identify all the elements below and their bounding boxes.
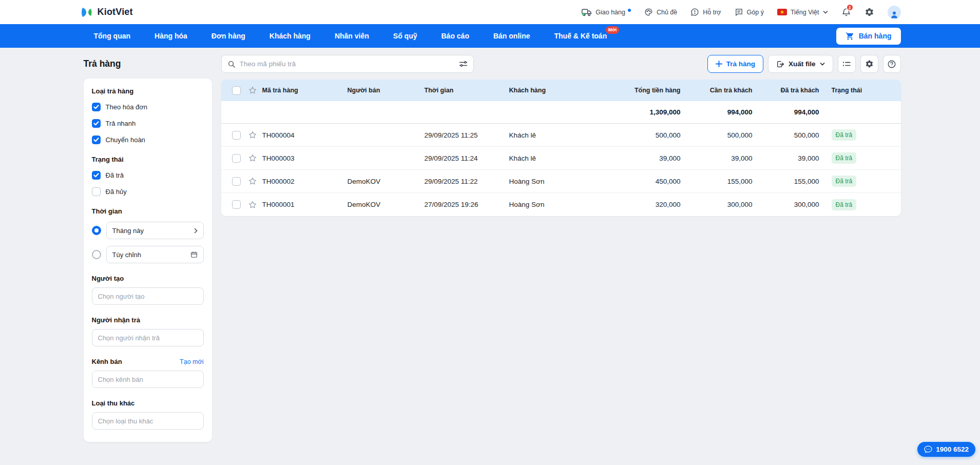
time-custom-select[interactable]: Tùy chỉnh xyxy=(106,246,204,263)
cell-return-code[interactable]: TH000003 xyxy=(262,154,348,162)
theme-label: Chủ đề xyxy=(657,9,677,16)
row-checkbox[interactable] xyxy=(232,131,241,140)
nav-item[interactable]: Thuế & Kế toánMới xyxy=(554,32,607,40)
summary-need-return: 994,000 xyxy=(681,108,753,116)
checkbox[interactable] xyxy=(92,171,101,180)
feedback-link[interactable]: Góp ý xyxy=(735,8,764,16)
col-header-returned[interactable]: Đã trả khách xyxy=(753,87,819,94)
col-header-customer[interactable]: Khách hàng xyxy=(509,87,623,94)
status-label: Trạng thái xyxy=(92,156,204,163)
check-icon xyxy=(93,173,99,178)
star-icon[interactable] xyxy=(248,177,257,186)
hotline-chip[interactable]: 1900 6522 xyxy=(917,442,975,457)
new-badge: Mới xyxy=(606,26,619,34)
time-preset-select[interactable]: Tháng này xyxy=(106,222,204,239)
receiver-input[interactable] xyxy=(92,329,204,346)
user-icon xyxy=(890,10,899,19)
table-row[interactable]: TH000004 29/09/2025 11:25 Khách lẻ 500,0… xyxy=(221,124,901,147)
row-checkbox[interactable] xyxy=(232,154,241,163)
cell-return-code[interactable]: TH000002 xyxy=(262,178,348,185)
cell-customer: Khách lẻ xyxy=(509,154,623,162)
nav-item[interactable]: Bán online xyxy=(493,32,530,40)
col-header-status[interactable]: Trạng thái xyxy=(819,87,901,94)
col-header-code[interactable]: Mã trả hàng xyxy=(262,87,348,94)
time-custom-radio[interactable] xyxy=(92,250,101,259)
return-type-label: Loại trả hàng xyxy=(92,87,204,95)
channel-input[interactable] xyxy=(92,371,204,388)
nav-items: Tổng quanHàng hóaĐơn hàngKhách hàngNhân … xyxy=(80,32,607,40)
table-settings-button[interactable] xyxy=(860,55,878,73)
cell-total: 320,000 xyxy=(623,201,681,208)
notifications-button[interactable]: 1 xyxy=(841,7,851,17)
checkbox[interactable] xyxy=(92,119,101,128)
star-icon[interactable] xyxy=(248,130,257,140)
channel-label: Kênh bán xyxy=(92,358,122,365)
kiotviet-logo[interactable]: KiotViet xyxy=(80,5,133,20)
filter-quick-return[interactable]: Trả nhanh xyxy=(92,119,204,128)
checkbox[interactable] xyxy=(92,135,101,144)
table-row[interactable]: TH000003 29/09/2025 11:24 Khách lẻ 39,00… xyxy=(221,147,901,170)
chat-icon xyxy=(924,445,932,453)
star-icon[interactable] xyxy=(248,153,257,163)
table-row[interactable]: TH000001 DemoKOV 27/09/2025 19:26 Hoàng … xyxy=(221,193,901,216)
checkbox[interactable] xyxy=(92,187,101,196)
cell-need-return: 155,000 xyxy=(681,178,753,185)
cell-return-code[interactable]: TH000004 xyxy=(262,131,348,139)
search-input[interactable] xyxy=(240,60,455,68)
return-goods-button[interactable]: Trả hàng xyxy=(707,55,763,73)
create-channel-link[interactable]: Tạo mới xyxy=(180,358,203,365)
filter-sliders-icon[interactable] xyxy=(459,60,468,68)
check-icon xyxy=(93,105,99,109)
settings-button[interactable] xyxy=(864,7,874,17)
return-goods-label: Trả hàng xyxy=(726,60,755,68)
cell-returned: 155,000 xyxy=(753,178,819,185)
search-icon xyxy=(227,60,236,68)
filter-status-cancelled[interactable]: Đã hủy xyxy=(92,187,204,196)
theme-link[interactable]: Chủ đề xyxy=(644,8,677,16)
time-label: Thời gian xyxy=(92,207,204,215)
filter-status-returned[interactable]: Đã trả xyxy=(92,171,204,180)
nav-item[interactable]: Báo cáo xyxy=(441,32,469,40)
table-row[interactable]: TH000002 DemoKOV 29/09/2025 11:22 Hoàng … xyxy=(221,170,901,193)
filter-card: Loại trả hàng Theo hóa đơn Trả nhanh Chu… xyxy=(84,79,212,442)
user-avatar[interactable] xyxy=(888,6,901,19)
nav-item[interactable]: Sổ quỹ xyxy=(393,32,417,40)
filter-by-invoice[interactable]: Theo hóa đơn xyxy=(92,103,204,111)
cell-return-code[interactable]: TH000001 xyxy=(262,201,348,208)
row-checkbox[interactable] xyxy=(232,177,241,186)
creator-input[interactable] xyxy=(92,287,204,305)
col-header-time[interactable]: Thời gian xyxy=(425,87,509,94)
truck-icon xyxy=(582,8,592,16)
export-file-button[interactable]: Xuất file xyxy=(768,55,833,73)
nav-item[interactable]: Đơn hàng xyxy=(212,32,245,40)
hotline-number: 1900 6522 xyxy=(936,445,969,453)
other-income-input[interactable] xyxy=(92,412,204,430)
star-icon[interactable] xyxy=(248,86,257,95)
delivery-link[interactable]: Giao hàng xyxy=(582,8,631,16)
sell-button[interactable]: Bán hàng xyxy=(836,28,901,45)
chevron-right-icon xyxy=(194,228,198,234)
checkbox-label: Chuyển hoàn xyxy=(106,136,145,144)
nav-item[interactable]: Nhân viên xyxy=(335,32,369,40)
language-selector[interactable]: Tiếng Việt xyxy=(777,9,828,16)
checkbox[interactable] xyxy=(92,103,101,111)
support-link[interactable]: Hỗ trợ xyxy=(690,8,721,16)
time-preset-radio[interactable] xyxy=(92,226,101,235)
language-label: Tiếng Việt xyxy=(791,9,819,16)
checkbox-label: Đã trả xyxy=(106,171,124,179)
row-checkbox[interactable] xyxy=(232,200,241,209)
select-all-checkbox[interactable] xyxy=(232,86,241,95)
nav-item[interactable]: Tổng quan xyxy=(94,32,131,40)
star-icon[interactable] xyxy=(248,200,257,209)
list-columns-icon xyxy=(842,60,851,68)
col-header-seller[interactable]: Người bán xyxy=(348,87,425,94)
column-settings-button[interactable] xyxy=(838,55,856,73)
feedback-label: Góp ý xyxy=(747,9,764,16)
nav-item[interactable]: Khách hàng xyxy=(270,32,311,40)
col-header-total[interactable]: Tổng tiền hàng xyxy=(623,87,681,94)
help-button[interactable] xyxy=(883,55,901,73)
filter-transfer-return[interactable]: Chuyển hoàn xyxy=(92,135,204,144)
nav-item[interactable]: Hàng hóa xyxy=(155,32,187,40)
time-preset-value: Tháng này xyxy=(112,227,144,235)
col-header-need-return[interactable]: Cần trả khách xyxy=(681,87,753,94)
